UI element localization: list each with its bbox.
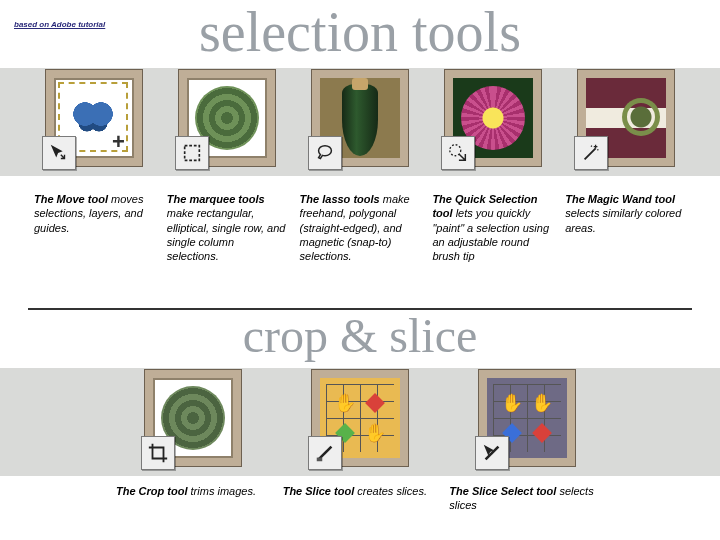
crop-descriptions: The Crop tool trims images. The Slice to… — [0, 484, 720, 513]
tool-body: make rectangular, elliptical, single row… — [167, 207, 286, 262]
quick-select-icon — [441, 136, 475, 170]
crop-thumbs: ✋ ✋ ✋✋ — [0, 364, 720, 472]
tool-body: trims images. — [191, 485, 256, 497]
selection-descriptions: The Move tool moves selections, layers, … — [0, 192, 720, 263]
tool-name: The Move tool — [34, 193, 108, 205]
thumb-slice: ✋ ✋ — [306, 364, 414, 472]
tool-body: creates slices. — [357, 485, 427, 497]
attribution-link[interactable]: based on Adobe tutorial — [14, 20, 105, 29]
thumb-wand — [572, 64, 680, 172]
svg-rect-2 — [317, 458, 323, 462]
marquee-icon — [175, 136, 209, 170]
thumb-lasso — [306, 64, 414, 172]
crop-icon — [141, 436, 175, 470]
tool-name: The lasso tools — [300, 193, 380, 205]
tool-name: The Magic Wand tool — [565, 193, 675, 205]
tool-name: The marquee tools — [167, 193, 265, 205]
tool-body: selects similarly colored areas. — [565, 207, 681, 233]
tool-name: The Slice Select tool — [449, 485, 556, 497]
thumb-move: + — [40, 64, 148, 172]
selection-thumbs: + — [0, 64, 720, 172]
slice-select-icon — [475, 436, 509, 470]
tool-name: The Crop tool — [116, 485, 188, 497]
wand-icon — [574, 136, 608, 170]
tool-name: The Slice tool — [283, 485, 355, 497]
thumb-marquee — [173, 64, 281, 172]
slice-icon — [308, 436, 342, 470]
lasso-icon — [308, 136, 342, 170]
section-title-crop: crop & slice — [243, 312, 478, 360]
svg-rect-0 — [185, 146, 200, 161]
thumb-slice-select: ✋✋ — [473, 364, 581, 472]
page-title: selection tools — [199, 4, 521, 60]
move-icon — [42, 136, 76, 170]
thumb-crop — [139, 364, 247, 472]
thumb-quick-select — [439, 64, 547, 172]
